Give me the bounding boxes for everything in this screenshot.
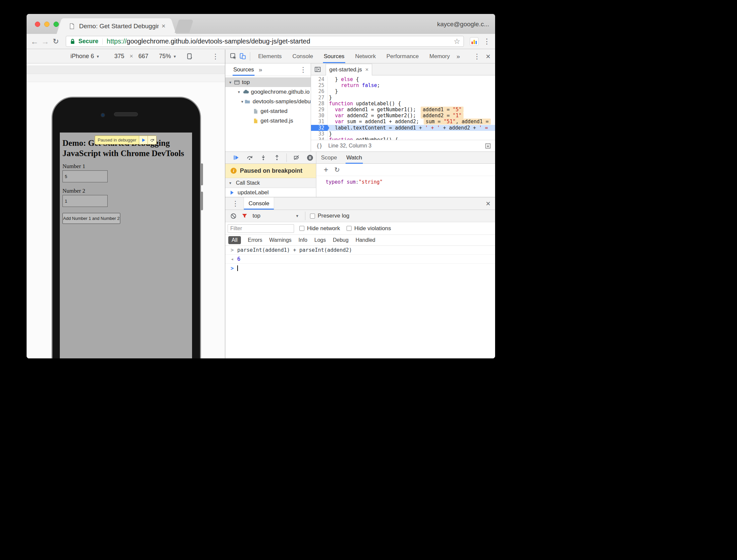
deactivate-breakpoints-button[interactable]	[292, 153, 301, 162]
tab-close-icon[interactable]: ×	[161, 22, 165, 30]
navigator-more-tabs-icon[interactable]: »	[258, 66, 262, 73]
tree-item-file-get-started-js[interactable]: get-started.js	[225, 116, 311, 126]
level-handled[interactable]: Handled	[355, 237, 376, 243]
step-into-button[interactable]	[258, 153, 268, 162]
hide-violations-checkbox[interactable]	[346, 226, 351, 231]
line-number-gutter[interactable]: 29	[311, 107, 327, 113]
add-watch-expression-icon[interactable]: +	[323, 165, 328, 174]
back-button[interactable]: ←	[29, 36, 40, 47]
devtools-menu-icon[interactable]: ⋮	[474, 52, 481, 60]
tree-item-folder[interactable]: ▾ devtools-samples/debu	[225, 97, 311, 106]
more-tabs-icon[interactable]: »	[457, 53, 460, 60]
level-all[interactable]: All	[228, 236, 241, 244]
console-filter-input[interactable]	[228, 224, 294, 233]
level-info[interactable]: Info	[298, 237, 307, 243]
browser-menu-icon[interactable]: ⋮	[483, 37, 491, 46]
refresh-watch-icon[interactable]: ↻	[334, 166, 340, 174]
disclosure-icon[interactable]: ▾	[238, 90, 242, 94]
console-filter-button[interactable]	[240, 211, 249, 221]
device-select[interactable]: iPhone 6 ▼	[70, 53, 100, 60]
address-bar[interactable]: Secure https://googlechrome.github.io/de…	[66, 36, 464, 47]
line-number-gutter[interactable]: 27	[311, 95, 327, 101]
add-numbers-button[interactable]: Add Number 1 and Number 2	[62, 213, 120, 224]
tab-console[interactable]: Console	[292, 49, 314, 63]
drawer-menu-icon[interactable]: ⋮	[232, 200, 239, 208]
inspect-element-button[interactable]	[229, 52, 238, 61]
line-number-gutter[interactable]: 25	[311, 82, 327, 88]
console-log: > parseInt(addend1) + parseInt(addend2) …	[225, 246, 495, 273]
number2-input[interactable]	[62, 195, 108, 207]
step-out-button[interactable]	[272, 153, 281, 162]
execution-context-select[interactable]: top ▼	[252, 213, 302, 219]
profile-email[interactable]: kayce@google.c...	[437, 21, 489, 28]
tree-item-origin[interactable]: ▾ googlechrome.github.io	[225, 87, 311, 97]
step-over-badge-button[interactable]	[147, 136, 156, 144]
extension-icon[interactable]	[470, 37, 479, 46]
preserve-log-label[interactable]: Preserve log	[318, 213, 349, 219]
console-prompt-row[interactable]: >	[225, 264, 495, 273]
navigator-tab-sources[interactable]: Sources	[232, 63, 254, 76]
new-tab-button[interactable]	[175, 20, 194, 33]
tab-performance[interactable]: Performance	[386, 49, 419, 63]
hide-network-label[interactable]: Hide network	[307, 225, 340, 232]
tab-network[interactable]: Network	[354, 49, 377, 63]
watch-expression-row[interactable]: typeof sum: "string"	[316, 176, 495, 188]
line-number-gutter[interactable]: 26	[311, 88, 327, 94]
hide-network-checkbox[interactable]	[299, 226, 304, 231]
drawer-tab-console[interactable]: Console	[243, 197, 274, 210]
level-debug[interactable]: Debug	[333, 237, 348, 243]
tab-memory[interactable]: Memory	[429, 49, 450, 63]
minimize-window-button[interactable]	[44, 22, 49, 27]
file-tab-get-started-js[interactable]: get-started.js ×	[325, 64, 372, 76]
line-number-gutter[interactable]: 24	[311, 76, 327, 82]
call-stack-frame[interactable]: updateLabel	[225, 188, 316, 197]
line-number-gutter[interactable]: 32	[311, 125, 327, 131]
preserve-log-checkbox[interactable]	[310, 214, 315, 219]
hide-violations-label[interactable]: Hide violations	[354, 225, 391, 232]
console-drawer-tab-bar: ⋮ Console ×	[225, 197, 495, 210]
browser-tab[interactable]: Demo: Get Started Debugging ×	[63, 18, 169, 34]
tree-item-file-get-started[interactable]: get-started	[225, 106, 311, 116]
toggle-device-toolbar-button[interactable]	[238, 52, 247, 61]
tree-item-top-frame[interactable]: ▾ top	[225, 77, 311, 87]
line-number-gutter[interactable]: 33	[311, 131, 327, 137]
resume-script-button[interactable]	[139, 136, 147, 144]
forward-button[interactable]: →	[40, 36, 50, 47]
zoom-window-button[interactable]	[53, 22, 59, 27]
level-logs[interactable]: Logs	[314, 237, 326, 243]
pretty-print-icon[interactable]: {}	[316, 143, 322, 149]
clear-console-button[interactable]	[229, 211, 238, 221]
device-menu-icon[interactable]: ⋮	[212, 52, 219, 60]
devtools-close-icon[interactable]: ×	[486, 52, 491, 61]
pause-on-exceptions-button[interactable]	[305, 153, 315, 162]
level-warnings[interactable]: Warnings	[269, 237, 291, 243]
navigator-menu-icon[interactable]: ⋮	[300, 66, 307, 74]
zoom-select[interactable]: 75% ▼	[159, 53, 177, 60]
resume-button[interactable]	[231, 153, 240, 162]
tab-elements[interactable]: Elements	[257, 49, 282, 63]
line-number-gutter[interactable]: 30	[311, 113, 327, 119]
reload-button[interactable]: ↻	[50, 36, 61, 47]
line-number-gutter[interactable]: 31	[311, 119, 327, 125]
tab-scope[interactable]: Scope	[320, 152, 337, 164]
close-window-button[interactable]	[35, 22, 40, 27]
line-number-gutter[interactable]: 28	[311, 101, 327, 107]
number1-input[interactable]	[62, 170, 108, 182]
security-label[interactable]: Secure	[78, 38, 98, 45]
rotate-icon[interactable]	[186, 53, 193, 60]
level-errors[interactable]: Errors	[248, 237, 262, 243]
drawer-close-icon[interactable]: ×	[486, 199, 491, 208]
file-tab-close-icon[interactable]: ×	[365, 66, 368, 73]
tab-watch[interactable]: Watch	[345, 152, 363, 164]
call-stack-header[interactable]: ▾ Call Stack	[225, 178, 316, 188]
disclosure-icon[interactable]: ▾	[241, 99, 244, 104]
step-over-button[interactable]	[245, 153, 254, 162]
line-number-gutter[interactable]: 34	[311, 137, 327, 140]
breakpoint-indicator-icon[interactable]	[485, 143, 491, 149]
bookmark-star-icon[interactable]: ☆	[454, 37, 460, 46]
disclosure-icon[interactable]: ▾	[229, 80, 234, 85]
hide-navigator-icon[interactable]	[313, 65, 322, 74]
tab-sources[interactable]: Sources	[323, 49, 345, 63]
device-height-field[interactable]: 667	[138, 53, 148, 60]
device-width-field[interactable]: 375	[114, 53, 124, 60]
